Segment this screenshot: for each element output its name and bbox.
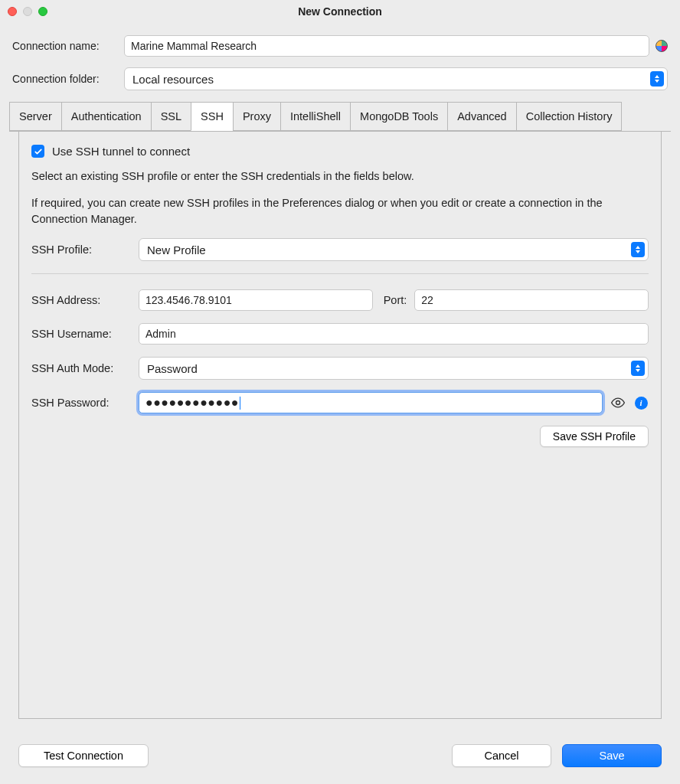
color-picker-icon[interactable] [655,40,668,52]
text-caret [240,397,240,410]
connection-folder-label: Connection folder: [12,73,124,85]
ssh-port-value: 22 [421,294,433,306]
tab-ssl[interactable]: SSL [151,102,191,131]
ssh-username-value: Admin [145,328,176,340]
ssh-username-input[interactable]: Admin [139,323,649,345]
tab-mongodb-tools[interactable]: MongoDB Tools [350,102,448,131]
ssh-panel: Use SSH tunnel to connect Select an exis… [18,131,662,719]
select-stepper-icon [650,71,664,87]
test-connection-button[interactable]: Test Connection [18,744,149,767]
dialog-footer: Test Connection Cancel Save [0,730,680,784]
ssh-username-label: SSH Username: [31,328,139,340]
checkmark-icon [34,147,43,156]
use-ssh-tunnel-label: Use SSH tunnel to connect [52,145,190,158]
titlebar: New Connection [0,0,680,23]
use-ssh-tunnel-checkbox[interactable] [31,145,44,158]
ssh-address-input[interactable]: 123.4546.78.9101 [139,289,373,311]
select-stepper-icon [631,361,645,376]
ssh-profile-select[interactable]: New Profile [139,238,649,261]
tab-advanced[interactable]: Advanced [447,102,517,131]
ssh-profile-value: New Profile [147,243,206,256]
password-info-button[interactable]: i [633,395,649,410]
divider [31,273,649,274]
save-button[interactable]: Save [562,744,662,767]
ssh-auth-mode-label: SSH Auth Mode: [31,362,139,374]
ssh-password-input[interactable]: ●●●●●●●●●●●● [139,392,603,413]
ssh-intro-1: Select an existing SSH profile or enter … [31,168,649,185]
ssh-intro-2: If required, you can create new SSH prof… [31,195,649,227]
tab-authentication[interactable]: Authentication [61,102,152,131]
tab-filler [621,102,671,131]
ssh-password-label: SSH Password: [31,397,139,409]
connection-name-label: Connection name: [12,40,124,52]
tab-collection-history[interactable]: Collection History [516,102,623,131]
connection-name-input[interactable]: Marine Mammal Research [124,35,649,57]
tab-ssh[interactable]: SSH [191,102,234,131]
save-ssh-profile-button[interactable]: Save SSH Profile [540,426,649,447]
ssh-address-label: SSH Address: [31,294,139,306]
ssh-auth-mode-value: Password [147,362,198,375]
reveal-password-button[interactable] [610,395,626,410]
tab-proxy[interactable]: Proxy [233,102,281,131]
ssh-password-value: ●●●●●●●●●●●● [145,396,239,410]
ssh-address-value: 123.4546.78.9101 [145,294,232,306]
ssh-port-label: Port: [384,294,407,306]
connection-tabs: Server Authentication SSL SSH Proxy Inte… [9,102,671,132]
window-title: New Connection [0,5,680,18]
connection-basic-form: Connection name: Marine Mammal Research … [0,23,680,90]
info-icon: i [635,397,648,410]
tab-intellishell[interactable]: IntelliShell [280,102,351,131]
tab-server[interactable]: Server [9,102,62,131]
ssh-profile-label: SSH Profile: [31,243,139,256]
svg-point-0 [616,401,620,405]
eye-icon [610,395,626,410]
connection-folder-select[interactable]: Local resources [124,67,668,90]
connection-folder-value: Local resources [132,73,214,86]
select-stepper-icon [631,242,645,257]
connection-name-value: Marine Mammal Research [131,40,257,52]
ssh-port-input[interactable]: 22 [414,289,649,311]
ssh-auth-mode-select[interactable]: Password [139,357,649,380]
cancel-button[interactable]: Cancel [452,744,551,767]
